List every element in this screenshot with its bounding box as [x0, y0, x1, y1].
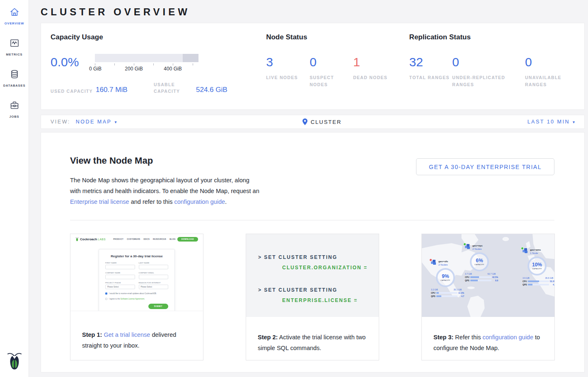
total-ranges-value: 32 — [409, 54, 452, 68]
node-widget-sfo: geo=sfo 2 Nodes 9% CAPACITY 3.2 GiB35.1 … — [431, 260, 469, 297]
configuration-guide-link[interactable]: configuration guide — [482, 334, 533, 341]
sidebar-item-overview[interactable]: OVERVIEW — [0, 7, 29, 25]
field-label: COMPANY EMAIL — [139, 272, 169, 274]
submit-button: SUBMIT — [148, 304, 168, 309]
under-replicated-label: UNDER-REPLICATED RANGES — [452, 74, 514, 88]
unavailable-value: 0 — [525, 54, 584, 68]
capacity-bar-track — [95, 54, 198, 62]
nav-link: CUSTOMERS — [127, 238, 140, 240]
cluster-summary-card: Capacity Usage 0.0% 0 GiB 200 GiB — [41, 23, 585, 110]
axis-label: 400 GiB — [164, 66, 181, 72]
field-label: PROJECT PHASE — [105, 282, 135, 284]
step-label: Step 1: — [82, 331, 102, 338]
configuration-guide-link[interactable]: configuration guide — [174, 198, 225, 205]
total-ranges-label: TOTAL RANGES — [409, 74, 452, 81]
home-icon — [9, 7, 20, 19]
dead-nodes-stat: 1 DEAD NODES — [353, 54, 397, 88]
sidebar-item-databases[interactable]: DATABASES — [0, 69, 29, 87]
capacity-gauge: 10% CAPACITY — [528, 256, 547, 276]
node-count: 1 Node — [530, 251, 541, 255]
total-capacity: 63.7 GiB — [488, 273, 496, 275]
enterprise-trial-button[interactable]: GET A 30-DAY ENTERPRISE TRIAL — [416, 158, 554, 175]
metrics-icon — [9, 38, 20, 50]
field-label: REASON FOR INTEREST — [139, 282, 169, 284]
nav-link: BLOG — [169, 238, 176, 240]
used-capacity-label: USED CAPACITY — [51, 88, 96, 94]
get-trial-license-link[interactable]: Get a trial license — [104, 331, 150, 338]
capacity-bar-dark-segment — [183, 54, 198, 62]
sidebar: OVERVIEW METRICS DATABASES JOBS — [0, 0, 29, 377]
divider — [70, 220, 554, 220]
total-capacity: 35.1 GiB — [454, 288, 462, 291]
license-agreement-link: Software License Agreement. — [121, 298, 145, 300]
trial-registration-form: Register for a 30-day trial license FIRS… — [99, 249, 175, 311]
locality-name: geo=ams — [530, 248, 541, 251]
sidebar-item-metrics[interactable]: METRICS — [0, 38, 29, 56]
description-text: and refer to this — [129, 198, 174, 205]
field-label: COMPANY NAME — [105, 272, 135, 274]
capacity-gauge: 9% CAPACITY — [436, 268, 455, 287]
sidebar-item-jobs[interactable]: JOBS — [0, 100, 29, 118]
description-text: The Node Map shows the geographical layo… — [70, 177, 259, 194]
form-title: Register for a 30-day trial license — [105, 254, 168, 258]
cockroach-labs-logo: Cockroach LABS — [75, 237, 106, 242]
node-widget-nyc: geo=nyc 2 Nodes 6% CAPACITY 3.7 GiB63.7 … — [465, 244, 503, 282]
replication-status-section: Replication Status 32 TOTAL RANGES 0 UND… — [409, 33, 584, 109]
node-status-section: Node Status 3 LIVE NODES 0 SUSPECT NODES… — [266, 33, 409, 109]
field-label: FIRST NAME — [105, 262, 135, 264]
capacity-percent: 0.0% — [51, 54, 95, 72]
breadcrumb-cluster: CLUSTER — [311, 119, 342, 125]
total-ranges-stat: 32 TOTAL RANGES — [409, 54, 452, 88]
step-3-caption: Step 3: Refer this configuration guide t… — [422, 317, 554, 353]
company-name-input — [105, 275, 135, 279]
last-name-input — [139, 265, 169, 269]
nav-link: DOCS — [143, 238, 150, 240]
trial-license-screenshot: Cockroach LABS PRODUCT CUSTOMERS DOCS RE… — [70, 234, 203, 311]
checkbox-unchecked — [105, 298, 107, 300]
sidebar-item-label: JOBS — [9, 115, 19, 118]
live-nodes-stat: 3 LIVE NODES — [266, 54, 310, 88]
axis-label: 0 GiB — [89, 66, 102, 72]
dead-nodes-label: DEAD NODES — [353, 74, 397, 81]
node-widget-ams: geo=ams 1 Node 10% CAPACITY 3.6 GiB36.6 … — [523, 248, 554, 286]
locality-icon — [431, 260, 437, 265]
step-label: Step 3: — [433, 334, 453, 341]
node-count: 2 Nodes — [472, 247, 483, 251]
code-line: ENTERPRISE.LICENSE = — [258, 295, 379, 306]
suspect-nodes-value: 0 — [310, 54, 353, 68]
status-dot-green — [521, 247, 524, 250]
page-title: CLUSTER OVERVIEW — [41, 6, 588, 18]
step-3-card: geo=sfo 2 Nodes 9% CAPACITY 3.2 GiB35.1 … — [421, 234, 555, 360]
first-name-input — [105, 265, 135, 269]
locality-icon — [523, 248, 528, 253]
usable-capacity-value: 524.6 GiB — [196, 86, 227, 94]
under-replicated-ranges-stat: 0 UNDER-REPLICATED RANGES — [452, 54, 525, 88]
caption-text: Refer this — [453, 334, 482, 341]
code-line: CLUSTER.ORGANIZATION = — [258, 263, 379, 273]
code-line: > SET CLUSTER SETTING — [258, 285, 379, 295]
used-capacity: 3.7 GiB — [465, 273, 472, 275]
node-status-title: Node Status — [266, 33, 409, 41]
enterprise-trial-license-link[interactable]: Enterprise trial license — [70, 198, 129, 205]
company-email-input — [139, 275, 169, 279]
chevron-down-icon[interactable]: ▾ — [573, 120, 575, 124]
time-range-selector[interactable]: LAST 10 MIN — [528, 119, 570, 125]
used-capacity-value: 160.7 MiB — [96, 86, 154, 94]
view-selector[interactable]: NODE MAP — [76, 119, 112, 125]
step-1-caption: Step 1: Get a trial license delivered st… — [70, 311, 203, 351]
section-heading: View the Node Map — [70, 155, 261, 166]
sql-code-block: > SET CLUSTER SETTING CLUSTER.ORGANIZATI… — [246, 234, 379, 317]
view-bar: VIEW: NODE MAP ▾ CLUSTER LAST 10 MIN ▾ — [41, 115, 585, 129]
status-dot-green — [463, 243, 466, 246]
capacity-axis-ticks — [95, 62, 198, 66]
capacity-usage-section: Capacity Usage 0.0% 0 GiB 200 GiB — [51, 33, 266, 109]
unavailable-label: UNAVAILABLE RANGES — [525, 74, 584, 88]
capacity-bar: 0 GiB 200 GiB 400 GiB — [95, 54, 198, 72]
suspect-nodes-label: SUSPECT NODES — [310, 74, 353, 88]
step-1-card: Cockroach LABS PRODUCT CUSTOMERS DOCS RE… — [70, 234, 203, 360]
capacity-usage-title: Capacity Usage — [51, 33, 266, 41]
main-content: CLUSTER OVERVIEW Capacity Usage 0.0% — [29, 0, 588, 377]
view-label: VIEW: — [51, 119, 70, 125]
total-capacity: 36.6 GiB — [545, 277, 553, 279]
replication-status-title: Replication Status — [409, 33, 584, 41]
